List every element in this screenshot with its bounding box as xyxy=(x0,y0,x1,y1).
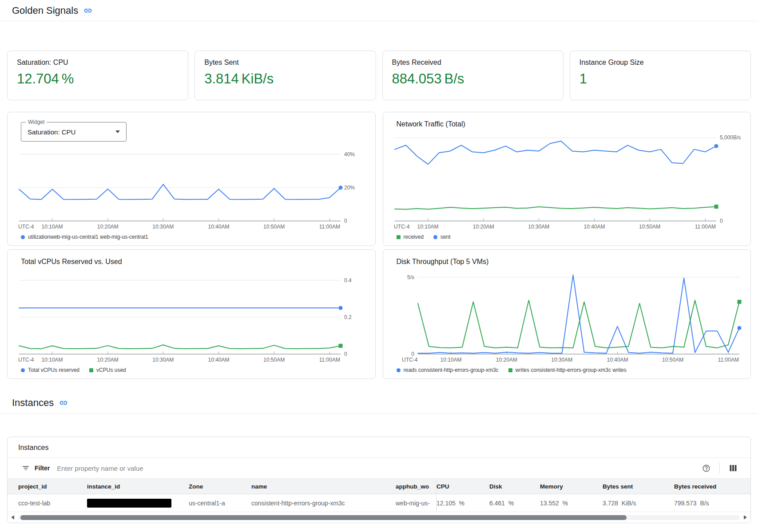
table-cell xyxy=(87,494,189,512)
svg-text:UTC-4: UTC-4 xyxy=(394,224,410,230)
table-header-row: project_idinstance_idZonenameapphub_woCP… xyxy=(8,479,750,494)
network-traffic-chart[interactable]: 5,000B/s010:10AM10:20AM10:30AM10:40AM10:… xyxy=(390,130,744,232)
column-header-cpu[interactable]: CPU xyxy=(437,479,489,494)
scorecard-value: 1 xyxy=(579,71,741,87)
disk-throughput-legend: reads consistent-http-errors-group-xm3c … xyxy=(390,365,744,374)
legend-label: writes consistent-http-errors-group-xm3c… xyxy=(516,367,627,373)
legend-item-vcpus-used[interactable]: vCPUs used xyxy=(89,367,126,373)
svg-text:10:50AM: 10:50AM xyxy=(263,357,285,363)
scorecards-row: Saturation: CPU 12.704% Bytes Sent 3.814… xyxy=(7,51,751,100)
widget-select[interactable]: Widget Saturation: CPU xyxy=(21,122,127,142)
scorecard-bytes-sent: Bytes Sent 3.814KiB/s xyxy=(194,51,376,100)
svg-text:10:10AM: 10:10AM xyxy=(417,224,438,230)
column-header-name[interactable]: name xyxy=(251,479,396,494)
svg-text:10:20AM: 10:20AM xyxy=(472,224,494,230)
column-header-memory[interactable]: Memory xyxy=(540,479,603,494)
svg-text:10:30AM: 10:30AM xyxy=(551,357,572,363)
network-traffic-card: Network Traffic (Total) 5,000B/s010:10AM… xyxy=(383,112,751,246)
svg-text:0: 0 xyxy=(344,218,347,224)
svg-text:10:40AM: 10:40AM xyxy=(208,357,230,363)
golden-signals-heading: Golden Signals xyxy=(12,5,78,16)
scorecard-label: Saturation: CPU xyxy=(17,59,179,67)
column-picker-icon[interactable] xyxy=(727,462,739,474)
svg-text:11:00AM: 11:00AM xyxy=(695,224,715,230)
svg-text:10:20AM: 10:20AM xyxy=(496,357,517,363)
svg-text:11:00AM: 11:00AM xyxy=(319,357,340,363)
filter-icon[interactable] xyxy=(22,464,30,472)
column-header-bytes-received[interactable]: Bytes received xyxy=(674,479,750,494)
scorecard-value: 884.053B/s xyxy=(392,71,554,87)
svg-text:0: 0 xyxy=(411,351,414,357)
series-marker-icon xyxy=(508,368,512,372)
scrollbar-thumb[interactable] xyxy=(20,515,627,520)
scorecard-value: 12.704% xyxy=(17,71,179,87)
svg-text:0: 0 xyxy=(344,351,347,357)
table-cell: us-central1-a xyxy=(189,494,251,512)
chevron-down-icon xyxy=(115,130,120,133)
saturation-cpu-chart[interactable]: 40%20%010:10AM10:20AM10:30AM10:40AM10:50… xyxy=(15,142,368,232)
legend-item-writes[interactable]: writes consistent-http-errors-group-xm3c… xyxy=(508,367,627,373)
legend-label: Total vCPUs reserved xyxy=(28,367,79,373)
instances-header: Instances xyxy=(0,392,758,414)
table-row[interactable]: cco-test-labus-central1-aconsistent-http… xyxy=(8,494,750,512)
svg-text:10:20AM: 10:20AM xyxy=(97,224,119,230)
legend-label: reads consistent-http-errors-group-xm3c xyxy=(404,367,499,373)
svg-text:0: 0 xyxy=(720,218,723,224)
scroll-right-icon[interactable] xyxy=(744,515,747,520)
table-cell: web-mig-us- xyxy=(396,494,437,512)
golden-signals-link-icon[interactable] xyxy=(83,6,92,15)
svg-text:10:30AM: 10:30AM xyxy=(528,224,549,230)
svg-text:0.4: 0.4 xyxy=(344,277,352,284)
legend-label: sent xyxy=(441,234,451,240)
instances-card-title: Instances xyxy=(8,437,750,458)
legend-item-vcpus-reserved[interactable]: Total vCPUs reserved xyxy=(21,367,79,373)
disk-throughput-chart[interactable]: 5/s010:10AM10:20AM10:30AM10:40AM10:50AM1… xyxy=(390,268,744,365)
saturation-cpu-legend: utilizationweb-mig-us-central1 web-mig-u… xyxy=(15,232,368,241)
legend-item-received[interactable]: received xyxy=(397,234,424,240)
scrollbar-track[interactable] xyxy=(18,515,740,520)
filter-bar-divider xyxy=(719,463,720,473)
svg-text:10:30AM: 10:30AM xyxy=(152,357,174,363)
chart-title: Total vCPUs Reserved vs. Used xyxy=(15,255,368,268)
legend-item-sent[interactable]: sent xyxy=(433,234,451,240)
series-marker-icon xyxy=(433,235,437,239)
legend-item-reads[interactable]: reads consistent-http-errors-group-xm3c xyxy=(397,367,499,373)
scroll-left-icon[interactable] xyxy=(11,515,14,520)
column-header-bytes-sent[interactable]: Bytes sent xyxy=(603,479,674,494)
series-marker-icon xyxy=(397,235,401,239)
svg-text:5/s: 5/s xyxy=(407,274,414,280)
filter-bar: Filter xyxy=(8,458,750,479)
filter-label[interactable]: Filter xyxy=(35,465,50,472)
column-header-zone[interactable]: Zone xyxy=(189,479,251,494)
filter-input[interactable] xyxy=(57,465,700,472)
legend-label: vCPUs used xyxy=(96,367,126,373)
scorecard-label: Bytes Sent xyxy=(204,59,366,67)
svg-text:11:00AM: 11:00AM xyxy=(718,357,738,363)
column-header-project-id[interactable]: project_id xyxy=(18,479,87,494)
svg-text:10:50AM: 10:50AM xyxy=(639,224,660,230)
svg-text:UTC-4: UTC-4 xyxy=(402,357,418,363)
svg-text:10:50AM: 10:50AM xyxy=(263,224,285,230)
help-icon[interactable] xyxy=(700,462,712,474)
widget-chart-card: Widget Saturation: CPU 40%20%010:10AM10:… xyxy=(7,112,376,246)
series-marker-icon xyxy=(397,368,401,372)
series-marker-icon xyxy=(89,368,93,372)
svg-text:10:30AM: 10:30AM xyxy=(152,224,174,230)
column-header-disk[interactable]: Disk xyxy=(489,479,540,494)
redaction-bar xyxy=(87,499,171,508)
legend-item-utilization[interactable]: utilizationweb-mig-us-central1 web-mig-u… xyxy=(21,234,148,240)
svg-text:20%: 20% xyxy=(344,185,355,191)
table-cell: 6.461 % xyxy=(489,494,540,512)
scorecard-label: Instance Group Size xyxy=(579,59,741,67)
column-header-apphub-wo[interactable]: apphub_wo xyxy=(396,479,437,494)
svg-text:10:40AM: 10:40AM xyxy=(208,224,230,230)
instances-heading: Instances xyxy=(12,397,54,409)
vcpus-chart[interactable]: 0.40.2010:10AM10:20AM10:30AM10:40AM10:50… xyxy=(15,268,368,365)
series-marker-icon xyxy=(21,368,25,372)
svg-text:10:10AM: 10:10AM xyxy=(42,357,63,363)
svg-text:10:20AM: 10:20AM xyxy=(97,357,119,363)
chart-title: Network Traffic (Total) xyxy=(390,118,744,130)
legend-label: received xyxy=(404,234,424,240)
column-header-instance-id[interactable]: instance_id xyxy=(87,479,189,494)
instances-link-icon[interactable] xyxy=(59,398,68,407)
